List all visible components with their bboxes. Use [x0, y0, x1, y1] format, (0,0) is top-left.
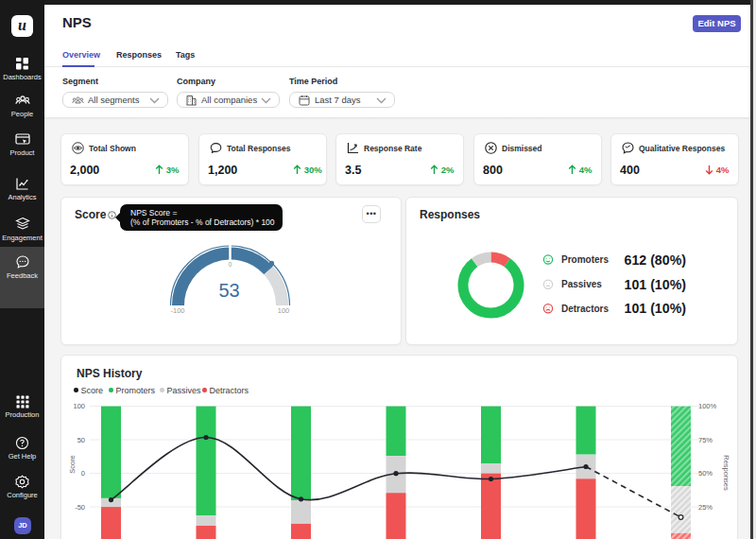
svg-text:612 (80%): 612 (80%) — [625, 252, 687, 268]
svg-text:100: 100 — [278, 306, 290, 315]
svg-text:50%: 50% — [698, 469, 713, 478]
svg-text:Promoters: Promoters — [561, 254, 609, 265]
svg-text:Detractors: Detractors — [561, 304, 609, 314]
svg-text:-100: -100 — [170, 306, 184, 315]
svg-text:50: 50 — [77, 436, 85, 444]
svg-text:Responses: Responses — [722, 455, 730, 491]
svg-text:25%: 25% — [698, 503, 713, 512]
svg-text:100%: 100% — [698, 402, 717, 410]
svg-text:0: 0 — [81, 469, 85, 478]
svg-text:75%: 75% — [698, 436, 713, 444]
svg-text:100: 100 — [73, 402, 85, 410]
svg-text:0: 0 — [229, 261, 232, 268]
svg-text:Score: Score — [68, 455, 77, 474]
svg-text:101 (10%): 101 (10%) — [625, 301, 687, 316]
svg-text:-50: -50 — [75, 503, 85, 512]
svg-text:53: 53 — [218, 280, 239, 301]
svg-text:101 (10%): 101 (10%) — [625, 277, 687, 292]
svg-text:Passives: Passives — [561, 279, 602, 289]
